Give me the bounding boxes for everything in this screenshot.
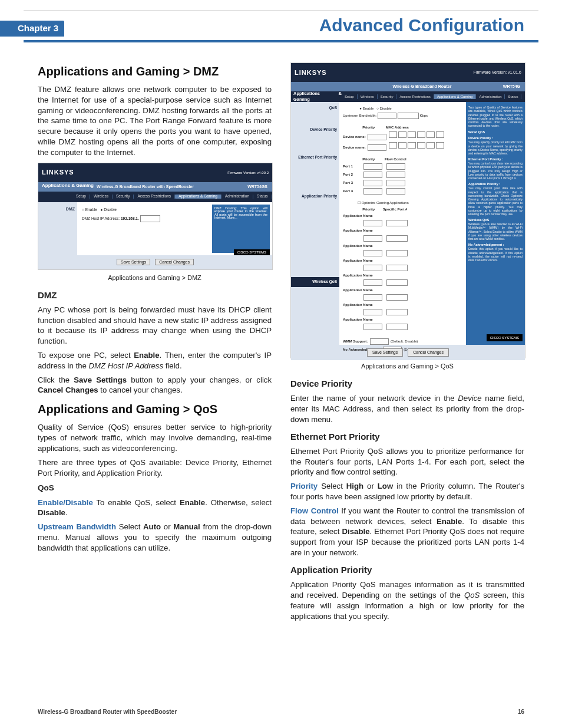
mac-input[interactable] <box>427 142 435 149</box>
t: field. <box>163 361 182 370</box>
tab-setup[interactable]: Setup <box>72 195 90 199</box>
t: Low <box>378 482 393 490</box>
tab-setup[interactable]: Setup <box>342 94 358 99</box>
mac-input[interactable] <box>436 142 444 149</box>
flow-select[interactable] <box>386 163 405 170</box>
tab-apps-gaming[interactable]: Applications & Gaming <box>175 195 222 199</box>
help-app-h: Application Priority : <box>468 182 523 186</box>
upstream-input[interactable] <box>398 113 419 119</box>
qos-p1: Quality of Service (QoS) ensures better … <box>38 422 272 453</box>
linksys-logo: LINKSYS <box>42 169 74 176</box>
t: DMZ Host IP Address <box>89 361 164 370</box>
mac-input[interactable] <box>389 142 397 149</box>
dmz-host-input[interactable] <box>140 215 160 222</box>
tab-admin[interactable]: Administration <box>222 195 253 199</box>
qos-enable-para: Enable/Disable To enable QoS, select Ena… <box>38 498 272 519</box>
mac-input[interactable] <box>398 142 406 149</box>
mac-input[interactable] <box>417 131 425 138</box>
priority-select[interactable] <box>363 172 382 178</box>
t: Enable <box>180 498 205 507</box>
tab-status[interactable]: Status <box>505 94 521 99</box>
tab-security[interactable]: Security <box>113 195 134 199</box>
col-mac: MAC Address <box>386 126 409 129</box>
firmware-label: Firmware Version: v1.01.6 <box>474 70 521 75</box>
app-name: Application Name <box>343 288 373 292</box>
qos-upstream-para: Upstream Bandwidth Select Auto or Manual… <box>38 522 272 553</box>
mac-input[interactable] <box>408 142 416 149</box>
mac-input[interactable] <box>408 131 416 138</box>
radio-enable[interactable]: Enable <box>85 207 97 212</box>
t: Click the <box>38 375 74 384</box>
radio-disable[interactable]: Disable <box>380 107 392 110</box>
mac-input[interactable] <box>436 131 444 138</box>
eth-priority-heading: Ethernet Port Priority <box>290 431 524 443</box>
figure-dmz-caption: Applications and Gaming > DMZ <box>38 274 272 282</box>
app-pri-select[interactable] <box>363 250 382 256</box>
mac-input[interactable] <box>417 142 425 149</box>
tab-access[interactable]: Access Restrictions <box>134 195 175 199</box>
app-pri-select[interactable] <box>363 324 382 330</box>
help-app: You may control your data rate with resp… <box>468 186 523 216</box>
port-input[interactable] <box>386 324 408 330</box>
app-pri-select[interactable] <box>363 265 382 271</box>
app-pri-select[interactable] <box>363 235 382 242</box>
footer-product: Wireless-G Broadband Router with SpeedBo… <box>38 709 177 715</box>
figure-dmz: LINKSYS Firmware Version: v4.00.2 Applic… <box>38 163 272 282</box>
port-input[interactable] <box>386 309 408 315</box>
app-pri-select[interactable] <box>363 309 382 315</box>
mac-input[interactable] <box>427 131 435 138</box>
priority-select[interactable] <box>368 144 386 151</box>
tab-wireless[interactable]: Wireless <box>358 94 378 99</box>
flow-select[interactable] <box>386 188 405 195</box>
optimize-checkbox[interactable]: Optimize Gaming Applications <box>362 201 409 205</box>
label-priority: Priority <box>290 482 318 490</box>
app-name: Application Name <box>343 214 373 218</box>
mac-input[interactable] <box>389 131 397 138</box>
eth-p1: Ethernet Port Priority QoS allows you to… <box>290 446 524 477</box>
upstream-select[interactable] <box>378 113 396 119</box>
flow-select[interactable] <box>386 180 405 186</box>
tab-admin[interactable]: Administration <box>476 94 505 99</box>
port-input[interactable] <box>386 294 408 301</box>
port-input[interactable] <box>386 250 408 256</box>
help-wireless-h: Wireless QoS <box>468 218 523 222</box>
priority-select[interactable] <box>368 134 386 140</box>
lbl-eth-priority: Ethernet Port Priority <box>291 151 339 162</box>
port-input[interactable] <box>386 235 408 242</box>
port-input[interactable] <box>386 265 408 271</box>
label-flow: Flow Control <box>290 506 339 515</box>
device-name-label: Device name: <box>343 135 366 139</box>
radio-disable[interactable]: Disable <box>104 207 117 212</box>
save-button[interactable]: Save Settings <box>117 259 150 265</box>
app-pri-select[interactable] <box>363 279 382 286</box>
mac-input[interactable] <box>398 131 406 138</box>
wmm-select[interactable] <box>370 338 389 345</box>
app-name: Application Name <box>343 318 373 321</box>
port-4: Port 4 <box>343 189 353 193</box>
col-priority: Priority <box>362 157 375 161</box>
app-pri-select[interactable] <box>363 220 382 226</box>
tab-access[interactable]: Access Restrictions <box>396 94 434 99</box>
col-flow: Flow Control <box>385 157 406 161</box>
page-number: 16 <box>518 709 524 715</box>
save-button[interactable]: Save Settings <box>367 348 403 356</box>
cancel-button[interactable]: Cancel Changes <box>408 348 449 356</box>
priority-select[interactable] <box>363 188 382 195</box>
priority-select[interactable] <box>363 180 382 186</box>
t: Device <box>458 394 481 403</box>
tab-status[interactable]: Status <box>253 195 272 199</box>
cancel-button[interactable]: Cancel Changes <box>155 259 194 265</box>
tab-wireless[interactable]: Wireless <box>90 195 113 199</box>
t: To expose one PC, select <box>38 351 134 360</box>
port-input[interactable] <box>386 279 408 286</box>
app-pri-select[interactable] <box>363 294 382 301</box>
port-input[interactable] <box>386 220 408 226</box>
screenshot-dmz: LINKSYS Firmware Version: v4.00.2 Applic… <box>38 163 273 270</box>
flow-select[interactable] <box>386 172 405 178</box>
section-tab-label: Applications & Gaming <box>42 183 94 188</box>
priority-select[interactable] <box>363 163 382 170</box>
tab-apps-gaming[interactable]: Applications & Gaming <box>434 94 477 99</box>
tab-row: Setup Wireless Security Access Restricti… <box>38 192 272 202</box>
radio-enable[interactable]: Enable <box>363 107 374 110</box>
tab-security[interactable]: Security <box>378 94 397 99</box>
